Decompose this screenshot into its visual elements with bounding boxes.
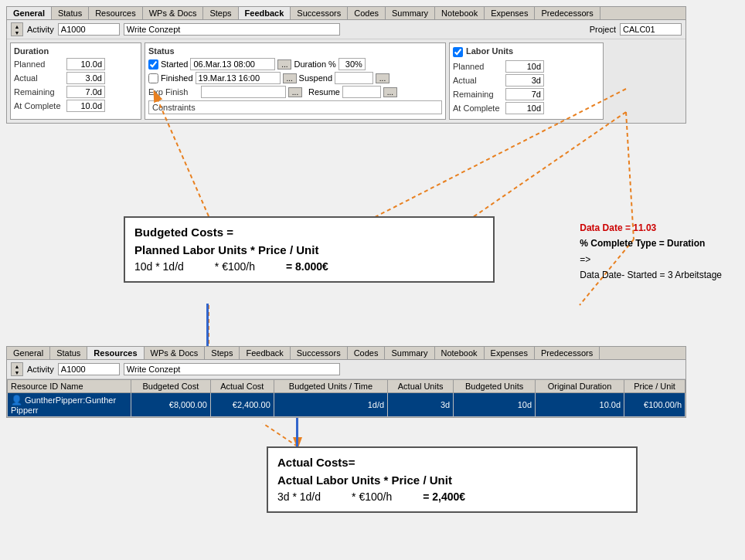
price-unit-cell: €100.00/h [624,393,685,417]
bottom-spin-down[interactable]: ▼ [12,369,22,375]
finished-checkbox[interactable] [148,73,158,83]
project-id-input[interactable] [620,23,682,36]
actual-line3: 3d * 1d/d * €100/h = 2,400€ [277,489,627,505]
panels-row: Duration Planned Actual Remaining At Com… [7,39,685,123]
planned-input[interactable] [66,58,105,70]
bottom-tab-expenses[interactable]: Expenses [485,347,535,359]
activity-row: ▲ ▼ Activity Project [7,20,685,39]
tab-feedback[interactable]: Feedback [239,7,291,19]
labor-planned-label: Planned [453,62,503,71]
activity-id-input[interactable] [58,23,120,36]
activity-name-input[interactable] [124,23,340,36]
finished-date-input[interactable] [196,72,281,84]
suspend-label: Suspend [299,73,332,83]
original-duration-cell: 10.0d [536,393,624,417]
planned-row: Planned [14,58,138,70]
started-date-btn[interactable]: ... [277,59,291,70]
labor-actual-row: Actual [453,74,600,87]
constraints-section: Constraints [148,100,442,114]
budgeted-cost-cell: €8,000.00 [131,393,211,417]
tab-status[interactable]: Status [52,7,89,19]
exp-finish-row: Exp Finish ... Resume ... [148,86,442,98]
bottom-activity-id-input[interactable] [58,363,120,375]
bottom-tab-status[interactable]: Status [50,347,87,359]
budgeted-units-time-cell: 1d/d [274,393,387,417]
resume-btn[interactable]: ... [383,87,397,97]
data-date-line2: => [580,252,722,267]
actual-annotation-box: Actual Costs= Actual Labor Units * Price… [267,446,638,513]
bottom-tab-successors[interactable]: Successors [291,347,348,359]
tab-steps[interactable]: Steps [203,7,238,19]
labor-at-complete-label: At Complete [453,104,503,113]
budgeted-line2: Planned Labor Units * Price / Unit [134,242,484,260]
bottom-tab-resources[interactable]: Resources [87,347,144,359]
exp-finish-btn[interactable]: ... [288,87,302,97]
resume-input[interactable] [342,86,381,98]
actual-input[interactable] [66,72,105,84]
exp-finish-input[interactable] [201,86,286,98]
at-complete-input[interactable] [66,100,105,112]
bottom-tab-predecessors[interactable]: Predecessors [535,347,600,359]
resource-name-text: GuntherPipperr:Gunther Pipperr [11,395,116,415]
data-date-title: Data Date = 11.03 [580,220,722,236]
bottom-tab-notebook[interactable]: Notebook [435,347,485,359]
at-complete-row: At Complete [14,100,138,112]
duration-pct-label: Duration % [294,59,335,69]
bottom-tab-codes[interactable]: Codes [348,347,386,359]
bottom-tab-steps[interactable]: Steps [205,347,240,359]
col-budgeted-units-time: Budgeted Units / Time [274,380,387,393]
labor-remaining-input[interactable] [505,88,544,100]
tab-predecessors[interactable]: Predecessors [535,7,600,19]
top-tab-bar: General Status Resources WPs & Docs Step… [7,7,685,20]
bottom-tab-summary[interactable]: Summary [385,347,434,359]
actual-row: Actual [14,72,138,84]
bottom-activity-spinner[interactable]: ▲ ▼ [11,362,23,376]
labor-actual-input[interactable] [505,74,544,87]
status-panel: Status Started ... Duration % Finished .… [145,42,446,120]
tab-expenses[interactable]: Expenses [485,7,535,19]
labor-at-complete-input[interactable] [505,102,544,114]
activity-label: Activity [27,25,54,34]
resource-row[interactable]: 👤 GuntherPipperr:Gunther Pipperr €8,000.… [8,393,685,417]
tab-notebook[interactable]: Notebook [435,7,485,19]
spin-up[interactable]: ▲ [12,23,22,29]
bottom-activity-name-input[interactable] [124,363,340,375]
actual-label: Actual [14,73,64,83]
constraints-label: Constraints [152,103,196,112]
suspend-input[interactable] [335,72,373,84]
tab-codes[interactable]: Codes [348,7,386,19]
labor-units-checkbox[interactable] [453,47,463,57]
remaining-row: Remaining [14,86,138,98]
finished-label: Finished [161,73,193,83]
bottom-activity-panel: General Status Resources WPs & Docs Step… [6,346,686,418]
bottom-tab-general[interactable]: General [7,347,50,359]
person-icon: 👤 [11,395,22,406]
col-actual-units: Actual Units [388,380,454,393]
activity-spinner[interactable]: ▲ ▼ [11,22,23,36]
bottom-activity-label: Activity [27,365,54,374]
bottom-tab-feedback[interactable]: Feedback [240,347,290,359]
tab-successors[interactable]: Successors [291,7,348,19]
tab-wps-docs[interactable]: WPs & Docs [143,7,204,19]
duration-pct-input[interactable] [338,58,366,70]
spin-down[interactable]: ▼ [12,29,22,36]
bottom-tab-bar: General Status Resources WPs & Docs Step… [7,347,685,360]
tab-general[interactable]: General [7,7,52,19]
labor-planned-input[interactable] [505,60,544,73]
col-budgeted-units: Budgeted Units [454,380,536,393]
col-budgeted-cost: Budgeted Cost [131,380,211,393]
bottom-spin-up[interactable]: ▲ [12,363,22,369]
bottom-tab-wps[interactable]: WPs & Docs [145,347,206,359]
started-checkbox[interactable] [148,59,158,70]
finished-date-btn[interactable]: ... [283,73,297,83]
col-original-duration: Original Duration [536,380,624,393]
tab-summary[interactable]: Summary [386,7,435,19]
suspend-btn[interactable]: ... [376,73,390,83]
started-date-input[interactable] [190,58,275,70]
duration-panel: Duration Planned Actual Remaining At Com… [10,42,141,120]
finished-row: Finished ... Suspend ... [148,72,442,84]
tab-resources[interactable]: Resources [89,7,143,19]
labor-planned-row: Planned [453,60,600,73]
remaining-input[interactable] [66,86,105,98]
svg-line-7 [263,423,298,446]
